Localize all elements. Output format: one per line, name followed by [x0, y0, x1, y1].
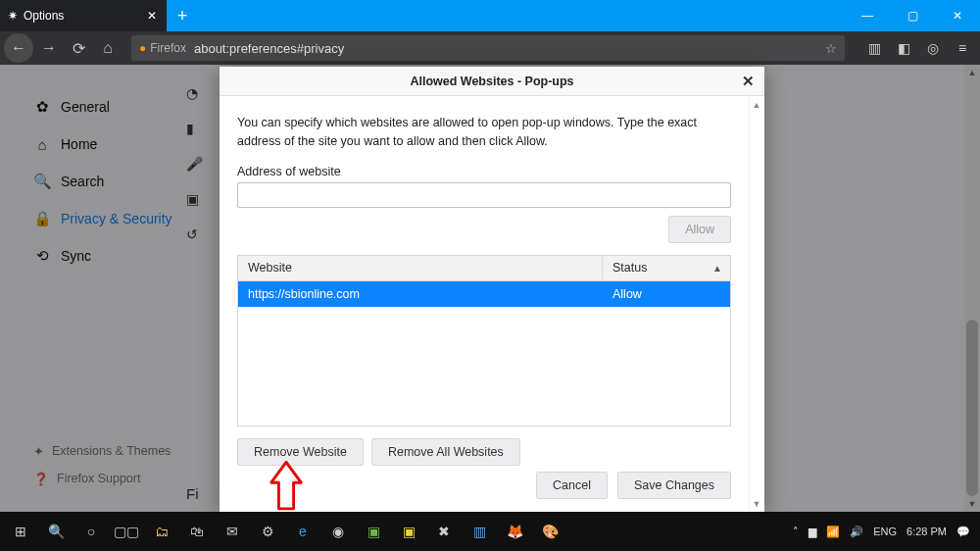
edge-icon[interactable]: e — [286, 512, 319, 551]
settings-taskbar-icon[interactable]: ⚙ — [251, 512, 284, 551]
store-icon[interactable]: 🛍 — [180, 512, 214, 551]
column-status[interactable]: Status ▲ — [603, 256, 730, 280]
browser-tab[interactable]: ✷ Options ✕ — [0, 0, 167, 31]
taskview-icon[interactable]: ▢▢ — [110, 512, 143, 551]
address-label: Address of website — [237, 165, 747, 178]
remove-website-button[interactable]: Remove Website — [237, 438, 364, 466]
notepad-icon[interactable]: ▥ — [463, 512, 496, 551]
popup-exceptions-dialog: Allowed Websites - Pop-ups ✕ ▲ ▼ You can… — [220, 67, 764, 513]
cancel-button[interactable]: Cancel — [536, 472, 608, 499]
start-button[interactable]: ⊞ — [4, 512, 37, 551]
close-window-button[interactable]: ✕ — [935, 0, 980, 31]
new-tab-button[interactable]: + — [167, 0, 198, 31]
wifi-icon[interactable]: 📶 — [826, 526, 840, 538]
search-taskbar-icon[interactable]: 🔍 — [39, 512, 73, 551]
url-bar[interactable]: ● Firefox about:preferences#privacy ☆ — [131, 35, 845, 61]
scroll-down-icon[interactable]: ▼ — [749, 499, 764, 509]
exceptions-table: Website Status ▲ https://sbionline.com A… — [237, 255, 731, 426]
language-indicator[interactable]: ENG — [873, 526, 897, 537]
notifications-icon[interactable]: 💬 — [956, 526, 970, 538]
firefox-icon: ● — [139, 41, 146, 55]
volume-icon[interactable]: 🔊 — [850, 526, 863, 538]
dialog-close-button[interactable]: ✕ — [737, 71, 759, 92]
clock[interactable]: 6:28 PM — [906, 526, 947, 537]
reload-button[interactable]: ⟳ — [65, 34, 92, 62]
back-button[interactable]: ← — [4, 33, 33, 63]
chrome-icon[interactable]: ◉ — [321, 512, 355, 551]
navigation-toolbar: ← → ⟳ ⌂ ● Firefox about:preferences#priv… — [0, 31, 980, 65]
sidebar-icon[interactable]: ◧ — [890, 34, 917, 62]
tray-chevron-icon[interactable]: ˄ — [793, 526, 799, 538]
account-icon[interactable]: ◎ — [919, 34, 947, 62]
url-identity: Firefox — [150, 41, 186, 55]
paint-icon[interactable]: 🎨 — [533, 512, 566, 551]
dialog-description: You can specify which websites are allow… — [237, 114, 727, 151]
menu-icon[interactable]: ≡ — [949, 34, 976, 62]
app-icon[interactable]: ▣ — [392, 512, 425, 551]
sort-asc-icon: ▲ — [712, 263, 722, 274]
table-header: Website Status ▲ — [238, 256, 730, 281]
file-explorer-icon[interactable]: 🗂 — [145, 512, 178, 551]
windows-taskbar: ⊞ 🔍 ○ ▢▢ 🗂 🛍 ✉ ⚙ e ◉ ▣ ▣ ✖ ▥ 🦊 🎨 ˄ ▆ 📶 🔊… — [0, 512, 980, 551]
window-titlebar: ✷ Options ✕ + — ▢ ✕ — [0, 0, 980, 31]
scroll-up-icon[interactable]: ▲ — [749, 100, 764, 110]
mail-icon[interactable]: ✉ — [216, 512, 249, 551]
dialog-scrollbar[interactable]: ▲ ▼ — [749, 96, 764, 513]
dialog-title-bar: Allowed Websites - Pop-ups ✕ — [220, 67, 764, 96]
allow-button[interactable]: Allow — [668, 216, 731, 243]
table-row[interactable]: https://sbionline.com Allow — [238, 281, 730, 307]
maximize-button[interactable]: ▢ — [890, 0, 935, 31]
gear-icon: ✷ — [8, 9, 18, 23]
library-icon[interactable]: ▥ — [860, 34, 888, 62]
cell-website: https://sbionline.com — [238, 287, 603, 301]
close-tab-icon[interactable]: ✕ — [147, 9, 157, 23]
cell-status: Allow — [603, 287, 730, 301]
tab-title: Options — [24, 9, 64, 23]
save-changes-button[interactable]: Save Changes — [617, 472, 731, 499]
app-icon[interactable]: ▣ — [357, 512, 390, 551]
url-path: about:preferences#privacy — [194, 41, 344, 56]
window-controls: — ▢ ✕ — [845, 0, 980, 31]
address-input[interactable] — [237, 182, 731, 208]
home-button[interactable]: ⌂ — [94, 34, 122, 62]
firefox-taskbar-icon[interactable]: 🦊 — [498, 512, 531, 551]
column-website[interactable]: Website — [238, 256, 603, 280]
system-tray: ˄ ▆ 📶 🔊 ENG 6:28 PM 💬 — [793, 526, 976, 538]
dialog-title: Allowed Websites - Pop-ups — [410, 75, 573, 88]
bookmark-star-icon[interactable]: ☆ — [825, 41, 837, 56]
app-icon[interactable]: ✖ — [427, 512, 461, 551]
forward-button[interactable]: → — [35, 34, 63, 62]
remove-all-button[interactable]: Remove All Websites — [371, 438, 520, 466]
minimize-button[interactable]: — — [845, 0, 890, 31]
battery-icon[interactable]: ▆ — [808, 526, 816, 538]
cortana-icon[interactable]: ○ — [74, 512, 108, 551]
